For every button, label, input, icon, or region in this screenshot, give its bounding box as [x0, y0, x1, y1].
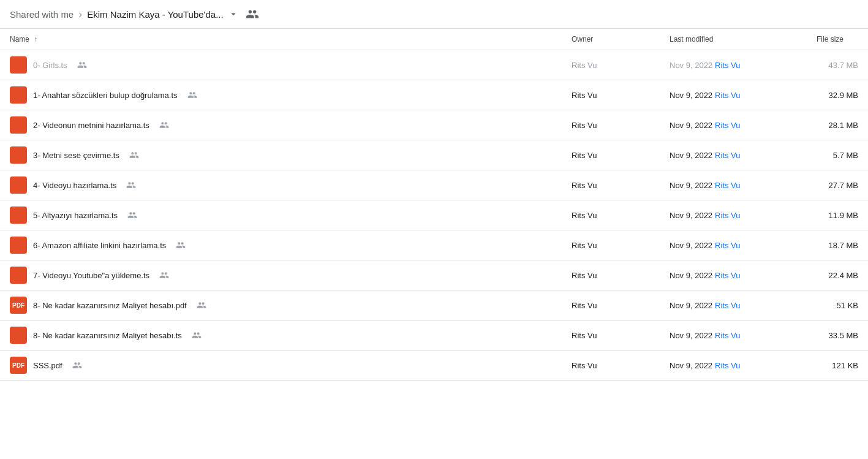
table-row[interactable]: 0- Girls.ts Rits Vu Nov 9, 2022Rits Vu 4…: [0, 50, 868, 80]
file-owner-cell[interactable]: Rits Vu: [562, 170, 660, 200]
shared-icon: [72, 360, 82, 370]
file-name-cell: 6- Amazon affiliate linkini hazırlama.ts: [0, 230, 562, 260]
modifier-name: Rits Vu: [715, 241, 740, 250]
table-row[interactable]: 1- Anahtar sözcükleri bulup doğrulama.ts…: [0, 80, 868, 110]
file-owner-cell[interactable]: Rits Vu: [562, 50, 660, 80]
modifier-name: Rits Vu: [715, 61, 740, 70]
file-size-cell: 51 KB: [807, 290, 868, 321]
file-table: Name ↑ Owner Last modified File size 0- …: [0, 29, 868, 381]
shared-icon: [192, 330, 202, 340]
file-modified-cell: Nov 9, 2022Rits Vu: [660, 230, 807, 260]
modifier-name: Rits Vu: [715, 121, 740, 130]
table-row[interactable]: 7- Videoyu Youtube"a yükleme.ts Rits Vu …: [0, 260, 868, 290]
shared-people-icon[interactable]: [246, 7, 259, 21]
file-name-text: 7- Videoyu Youtube"a yükleme.ts: [33, 271, 149, 280]
table-row[interactable]: 8- Ne kadar kazanırsınız Maliyet hesabı.…: [0, 321, 868, 351]
table-row[interactable]: PDF SSS.pdf Rits Vu Nov 9, 2022Rits Vu 1…: [0, 351, 868, 381]
table-row[interactable]: 2- Videonun metnini hazırlama.ts Rits Vu…: [0, 110, 868, 140]
modifier-name: Rits Vu: [715, 271, 740, 280]
breadcrumb-dropdown-button[interactable]: [227, 8, 240, 20]
file-size-cell: 43.7 MB: [807, 50, 868, 80]
table-row[interactable]: 5- Altyazıyı hazırlama.ts Rits Vu Nov 9,…: [0, 200, 868, 230]
file-name-cell: PDF 8- Ne kadar kazanırsınız Maliyet hes…: [0, 290, 562, 321]
file-size-cell: 121 KB: [807, 351, 868, 381]
breadcrumb-folder-name: Ekim Nazim Kaya - YouTube'da...: [87, 9, 223, 20]
table-row[interactable]: 3- Metni sese çevirme.ts Rits Vu Nov 9, …: [0, 140, 868, 170]
file-owner-cell[interactable]: Rits Vu: [562, 260, 660, 290]
breadcrumb-shared-with-me[interactable]: Shared with me: [10, 9, 74, 20]
file-size-cell: 11.9 MB: [807, 200, 868, 230]
file-name-text: 0- Girls.ts: [33, 61, 67, 70]
file-type-icon: PDF: [10, 357, 27, 374]
file-size-cell: 33.5 MB: [807, 321, 868, 351]
file-name-cell: 3- Metni sese çevirme.ts: [0, 140, 562, 170]
file-owner-cell[interactable]: Rits Vu: [562, 290, 660, 321]
file-name-cell: 7- Videoyu Youtube"a yükleme.ts: [0, 260, 562, 290]
file-owner-cell[interactable]: Rits Vu: [562, 200, 660, 230]
file-name-text: SSS.pdf: [33, 361, 62, 370]
file-name-cell: 4- Videoyu hazırlama.ts: [0, 170, 562, 200]
column-header-name[interactable]: Name ↑: [0, 29, 562, 50]
column-header-last-modified: Last modified: [660, 29, 807, 50]
file-type-icon: PDF: [10, 297, 27, 314]
breadcrumb-current-folder: Ekim Nazim Kaya - YouTube'da...: [87, 8, 239, 20]
file-modified-cell: Nov 9, 2022Rits Vu: [660, 260, 807, 290]
file-size-cell: 32.9 MB: [807, 80, 868, 110]
file-modified-cell: Nov 9, 2022Rits Vu: [660, 110, 807, 140]
table-header-row: Name ↑ Owner Last modified File size: [0, 29, 868, 50]
modifier-name: Rits Vu: [715, 211, 740, 220]
file-name-text: 8- Ne kadar kazanırsınız Maliyet hesabı.…: [33, 301, 187, 310]
file-owner-cell[interactable]: Rits Vu: [562, 230, 660, 260]
file-name-text: 1- Anahtar sözcükleri bulup doğrulama.ts: [33, 91, 178, 100]
shared-icon: [77, 60, 87, 70]
modifier-name: Rits Vu: [715, 301, 740, 310]
breadcrumb: Shared with me › Ekim Nazim Kaya - YouTu…: [0, 0, 868, 29]
file-owner-cell[interactable]: Rits Vu: [562, 110, 660, 140]
file-modified-cell: Nov 9, 2022Rits Vu: [660, 351, 807, 381]
shared-icon: [187, 90, 197, 100]
file-owner-cell[interactable]: Rits Vu: [562, 140, 660, 170]
file-name-text: 2- Videonun metnini hazırlama.ts: [33, 121, 149, 130]
column-header-file-size: File size: [807, 29, 868, 50]
modifier-name: Rits Vu: [715, 181, 740, 190]
file-name-cell: 8- Ne kadar kazanırsınız Maliyet hesabı.…: [0, 321, 562, 351]
file-owner-cell[interactable]: Rits Vu: [562, 351, 660, 381]
shared-icon: [127, 210, 137, 220]
table-row[interactable]: 4- Videoyu hazırlama.ts Rits Vu Nov 9, 2…: [0, 170, 868, 200]
file-size-cell: 5.7 MB: [807, 140, 868, 170]
shared-icon: [126, 180, 136, 190]
column-header-owner: Owner: [562, 29, 660, 50]
shared-icon: [159, 120, 169, 130]
shared-icon: [129, 150, 139, 160]
file-name-cell: PDF SSS.pdf: [0, 351, 562, 381]
file-name-cell: 2- Videonun metnini hazırlama.ts: [0, 110, 562, 140]
file-type-icon: [10, 327, 27, 344]
file-modified-cell: Nov 9, 2022Rits Vu: [660, 80, 807, 110]
chevron-down-icon: [228, 9, 239, 20]
file-owner-cell[interactable]: Rits Vu: [562, 321, 660, 351]
file-name-cell: 1- Anahtar sözcükleri bulup doğrulama.ts: [0, 80, 562, 110]
sort-arrow-icon: ↑: [34, 35, 37, 44]
file-modified-cell: Nov 9, 2022Rits Vu: [660, 321, 807, 351]
file-name-text: 5- Altyazıyı hazırlama.ts: [33, 211, 118, 220]
file-type-icon: [10, 146, 27, 164]
file-name-text: 4- Videoyu hazırlama.ts: [33, 181, 116, 190]
shared-icon: [197, 300, 206, 310]
file-name-text: 6- Amazon affiliate linkini hazırlama.ts: [33, 241, 166, 250]
file-name-cell: 0- Girls.ts: [0, 50, 562, 80]
file-name-text: 8- Ne kadar kazanırsınız Maliyet hesabı.…: [33, 331, 182, 340]
table-row[interactable]: PDF 8- Ne kadar kazanırsınız Maliyet hes…: [0, 290, 868, 321]
file-type-icon: [10, 207, 27, 224]
file-size-cell: 28.1 MB: [807, 110, 868, 140]
modifier-name: Rits Vu: [715, 361, 740, 370]
file-type-icon: [10, 116, 27, 134]
modifier-name: Rits Vu: [715, 331, 740, 340]
shared-icon: [176, 240, 186, 250]
file-name-text: 3- Metni sese çevirme.ts: [33, 151, 119, 160]
file-type-icon: [10, 237, 27, 254]
file-size-cell: 22.4 MB: [807, 260, 868, 290]
table-row[interactable]: 6- Amazon affiliate linkini hazırlama.ts…: [0, 230, 868, 260]
file-modified-cell: Nov 9, 2022Rits Vu: [660, 140, 807, 170]
file-owner-cell[interactable]: Rits Vu: [562, 80, 660, 110]
file-size-cell: 18.7 MB: [807, 230, 868, 260]
